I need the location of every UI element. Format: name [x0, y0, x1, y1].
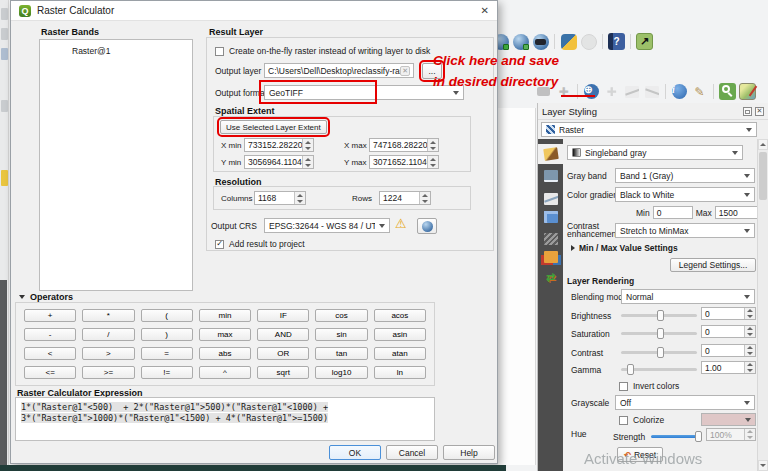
- strength-slider[interactable]: [651, 435, 701, 438]
- quickosm-map-icon[interactable]: [739, 83, 756, 100]
- spinner-arrows[interactable]: [744, 345, 755, 356]
- legend-settings-button[interactable]: Legend Settings...: [670, 258, 756, 272]
- raster-band-item[interactable]: Raster@1: [40, 40, 192, 56]
- globe-lock-icon[interactable]: [512, 33, 529, 50]
- tab-histogram[interactable]: [538, 189, 563, 209]
- operator-button[interactable]: acos: [374, 309, 426, 322]
- operator-button[interactable]: asin: [374, 328, 426, 341]
- contrast-spinbox[interactable]: 0: [701, 344, 756, 357]
- colorize-checkbox[interactable]: [619, 416, 628, 425]
- slider-handle[interactable]: [695, 431, 702, 442]
- operator-button[interactable]: sqrt: [257, 366, 309, 379]
- grayscale-combo[interactable]: Off: [615, 395, 755, 410]
- slider-handle[interactable]: [657, 328, 664, 339]
- operator-button[interactable]: ln: [374, 366, 426, 379]
- x-max-spinbox[interactable]: 747168.28220: [369, 138, 439, 152]
- operator-button[interactable]: max: [199, 328, 251, 341]
- zoom-last-icon[interactable]: [623, 83, 640, 100]
- operator-button[interactable]: <: [24, 347, 76, 360]
- gamma-slider[interactable]: [621, 368, 697, 371]
- tab-attributes[interactable]: [538, 207, 563, 227]
- operator-button[interactable]: abs: [199, 347, 251, 360]
- tab-symbology[interactable]: [538, 144, 563, 164]
- zoom-to-layer-icon[interactable]: ⊕: [583, 83, 600, 100]
- contrast-slider[interactable]: [621, 351, 697, 354]
- zoom-next-icon[interactable]: [643, 83, 660, 100]
- dialog-titlebar[interactable]: Q Raster Calculator ✕: [11, 1, 497, 21]
- spinner-arrows[interactable]: [744, 362, 755, 373]
- slider-handle[interactable]: [657, 310, 664, 321]
- help-button[interactable]: Help: [443, 445, 495, 460]
- operator-button[interactable]: ): [141, 328, 193, 341]
- operator-button[interactable]: (: [141, 309, 193, 322]
- operator-button[interactable]: /: [82, 328, 134, 341]
- globe-binoculars-icon[interactable]: [532, 33, 549, 50]
- operator-button[interactable]: atan: [374, 347, 426, 360]
- brightness-spinbox[interactable]: 0: [701, 307, 756, 320]
- help-contents-icon[interactable]: ?: [608, 33, 625, 50]
- tab-metadata[interactable]: [538, 247, 563, 267]
- renderer-combo[interactable]: Singleband gray: [567, 145, 743, 160]
- operator-button[interactable]: ^: [199, 366, 251, 379]
- gray-band-combo[interactable]: Band 1 (Gray): [615, 168, 755, 183]
- colorize-color-swatch[interactable]: [701, 413, 756, 426]
- spinner-arrows[interactable]: [427, 139, 438, 151]
- panel-scrollbar[interactable]: [757, 139, 768, 471]
- columns-spinbox[interactable]: 1168: [254, 191, 306, 205]
- y-max-spinbox[interactable]: 3071652.11040: [369, 155, 439, 169]
- undock-panel-icon[interactable]: [743, 107, 752, 116]
- dialog-close-icon[interactable]: ✕: [481, 5, 489, 16]
- graphical-modeler-icon[interactable]: [580, 33, 597, 50]
- strength-spinbox[interactable]: 100%: [706, 428, 756, 441]
- tab-history[interactable]: ⇄: [538, 267, 563, 287]
- saturation-slider[interactable]: [621, 332, 697, 335]
- cancel-button[interactable]: Cancel: [386, 445, 438, 460]
- output-layer-field[interactable]: C:\Users\Dell\Desktop\reclassify-raster …: [264, 63, 414, 78]
- operator-button[interactable]: IF: [257, 309, 309, 322]
- scroll-down-icon[interactable]: [758, 460, 768, 471]
- y-min-spinbox[interactable]: 3056964.11040: [244, 155, 314, 169]
- minmax-settings-header[interactable]: Min / Max Value Settings: [571, 243, 678, 253]
- max-field[interactable]: 1500: [715, 206, 759, 219]
- spinner-arrows[interactable]: [744, 308, 755, 319]
- gamma-spinbox[interactable]: 1.00: [701, 361, 756, 374]
- color-gradient-combo[interactable]: Black to White: [615, 187, 755, 202]
- search-icon[interactable]: [719, 83, 736, 100]
- slider-handle[interactable]: [657, 347, 664, 358]
- operator-button[interactable]: +: [24, 309, 76, 322]
- spinner-arrows[interactable]: [744, 326, 755, 337]
- tab-elevation[interactable]: [538, 229, 563, 249]
- slider-handle[interactable]: [627, 364, 634, 375]
- use-selected-extent-button[interactable]: Use Selected Layer Extent: [220, 120, 327, 134]
- x-min-spinbox[interactable]: 733152.28220: [244, 138, 314, 152]
- min-field[interactable]: 0: [653, 206, 693, 219]
- spinner-arrows[interactable]: [419, 192, 430, 204]
- search-layers-arrow-icon[interactable]: ↗: [636, 33, 653, 50]
- operator-button[interactable]: log10: [315, 366, 367, 379]
- operator-button[interactable]: *: [82, 309, 134, 322]
- raster-bands-list[interactable]: Raster@1: [39, 39, 193, 291]
- operator-button[interactable]: =: [141, 347, 193, 360]
- spinner-arrows[interactable]: [302, 156, 313, 168]
- contrast-enh-combo[interactable]: Stretch to MinMax: [615, 223, 755, 238]
- on-the-fly-checkbox[interactable]: [215, 47, 224, 56]
- python-console-icon[interactable]: [560, 33, 577, 50]
- invert-colors-checkbox[interactable]: [619, 382, 628, 391]
- close-panel-icon[interactable]: ✕: [755, 107, 764, 116]
- operator-button[interactable]: >=: [82, 366, 134, 379]
- operator-button[interactable]: -: [24, 328, 76, 341]
- select-crs-button[interactable]: [417, 218, 437, 234]
- operator-button[interactable]: cos: [315, 309, 367, 322]
- brightness-slider[interactable]: [621, 314, 697, 317]
- operator-button[interactable]: OR: [257, 347, 309, 360]
- tab-transparency[interactable]: [538, 166, 563, 186]
- operator-button[interactable]: min: [199, 309, 251, 322]
- scrollbar-thumb[interactable]: [759, 152, 767, 200]
- operator-button[interactable]: >: [82, 347, 134, 360]
- zoom-to-selection-icon[interactable]: ✚: [603, 83, 620, 100]
- measure-tool-icon[interactable]: ✎: [691, 83, 708, 100]
- clear-field-icon[interactable]: ✕: [400, 66, 410, 76]
- spinner-arrows[interactable]: [427, 156, 438, 168]
- operator-button[interactable]: !=: [141, 366, 193, 379]
- ok-button[interactable]: OK: [329, 445, 381, 460]
